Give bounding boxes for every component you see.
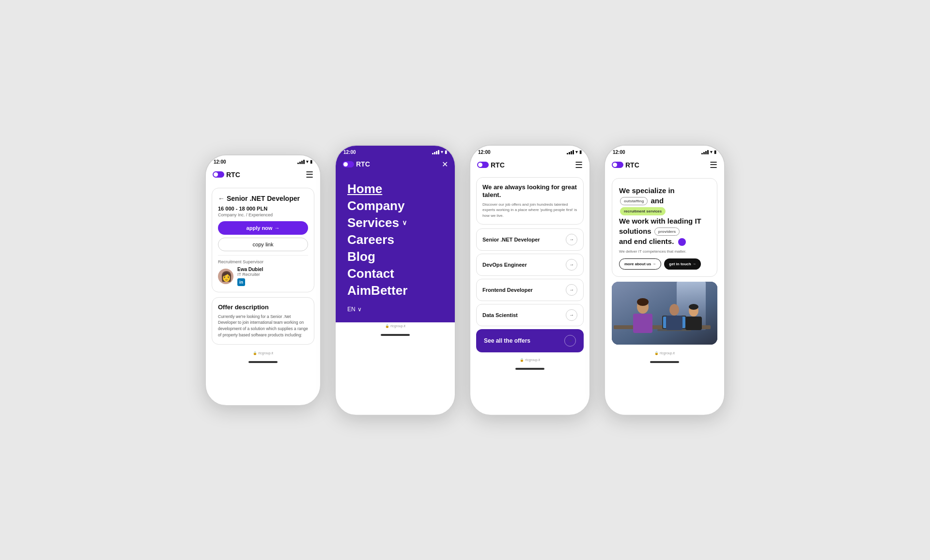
nav-bar-1: RTC ☰ (206, 166, 320, 183)
back-arrow-icon[interactable]: ← (218, 195, 225, 202)
phone4-content: We specialize in outstaffing and recruit… (605, 173, 724, 349)
status-bar-1: 12:00 ▾ ▮ (206, 155, 320, 166)
team-photo (612, 282, 717, 345)
offer-desc-title: Offer description (218, 303, 308, 311)
status-icons-3: ▾ ▮ (567, 150, 582, 154)
job-list-item-2[interactable]: Frontend Developer → (476, 279, 584, 301)
logo-toggle-3 (477, 162, 489, 168)
headline-card: We specialize in outstaffing and recruit… (612, 178, 717, 277)
status-time-4: 12:00 (613, 150, 625, 155)
job-list-item-3[interactable]: Data Scientist → (476, 304, 584, 326)
headline-part1: We specialize in (619, 186, 675, 195)
see-all-offers-button[interactable]: See all the offers → (476, 329, 584, 352)
status-bar-3: 12:00 ▾ ▮ (470, 146, 589, 157)
offer-desc-text: Currently we're looking for a Senior .Ne… (218, 314, 308, 338)
svg-point-9 (669, 304, 679, 316)
logo-3: RTC (477, 161, 505, 169)
phone3-content: We are always looking for great talent. … (470, 173, 589, 356)
job-arrow-2: → (566, 284, 577, 296)
status-bar-2: 12:00 ▾ ▮ (336, 146, 455, 157)
nav-bar-3: RTC ☰ (470, 157, 589, 173)
wifi-icon-1: ▾ (306, 159, 309, 164)
svg-point-13 (689, 304, 698, 310)
wifi-icon-2: ▾ (441, 150, 443, 154)
recruiter-role: IT Recruiter (237, 272, 263, 277)
team-photo-card (612, 282, 717, 345)
hero-title: We are always looking for great talent. (482, 183, 577, 200)
copy-link-button[interactable]: copy link (218, 238, 308, 251)
recruiter-label: Recruitment Supervisor (218, 259, 308, 264)
status-icons-4: ▾ ▮ (701, 150, 716, 154)
footer-2: 🔒 rtcgroup.it (336, 322, 455, 332)
menu-item-company[interactable]: Company (347, 198, 443, 213)
battery-icon-1: ▮ (310, 159, 312, 164)
home-bar-2 (381, 334, 410, 336)
purple-dot (678, 238, 686, 246)
recruiter-details: Ewa Dubiel IT Recruiter in (237, 267, 263, 286)
hamburger-menu-1[interactable]: ☰ (306, 169, 313, 180)
logo-toggle-1 (213, 171, 224, 178)
lang-chevron-icon: ∨ (357, 306, 362, 313)
status-time-1: 12:00 (214, 159, 226, 165)
logo-1: RTC (213, 171, 240, 179)
hamburger-menu-3[interactable]: ☰ (575, 160, 583, 170)
job-arrow-0: → (566, 234, 577, 245)
job-list-item-0[interactable]: Senior .NET Developer → (476, 228, 584, 251)
back-row: ← Senior .NET Developer (218, 194, 308, 203)
job-name-2: Frontend Developer (482, 287, 533, 293)
offer-description-card: Offer description Currently we're lookin… (212, 297, 314, 345)
services-chevron-icon: ∨ (402, 219, 407, 227)
logo-toggle-4 (612, 162, 623, 168)
hamburger-menu-4[interactable]: ☰ (710, 160, 717, 170)
menu-content: Home Company Services ∨ Careers Blog Con… (336, 172, 455, 322)
logo-toggle-2 (342, 161, 354, 167)
see-all-arrow-icon: → (564, 335, 576, 347)
signal-icon-1 (297, 160, 305, 164)
recruiter-info: Ewa Dubiel IT Recruiter in (218, 267, 308, 286)
job-list-item-1[interactable]: DevOps Engineer → (476, 254, 584, 276)
wifi-icon-4: ▾ (710, 150, 713, 154)
footer-3: 🔒 rtcgroup.it (470, 356, 589, 366)
svg-point-8 (637, 298, 649, 306)
job-name-1: DevOps Engineer (482, 262, 527, 268)
phone-menu: 12:00 ▾ ▮ RTC ✕ Home Company S (335, 145, 456, 416)
logo-2: RTC (342, 160, 370, 168)
tag-providers: providers (654, 227, 680, 236)
menu-item-blog[interactable]: Blog (347, 249, 443, 264)
close-menu-button[interactable]: ✕ (442, 160, 448, 169)
phones-showcase: 12:00 ▾ ▮ RTC ☰ ← Senior .NET Develo (205, 145, 725, 416)
language-selector[interactable]: EN ∨ (347, 306, 443, 313)
menu-item-contact[interactable]: Contact (347, 266, 443, 281)
job-name-0: Senior .NET Developer (482, 237, 540, 242)
job-title: Senior .NET Developer (227, 194, 300, 203)
get-in-touch-button[interactable]: get in touch → (664, 258, 701, 270)
home-bar-1 (248, 361, 278, 363)
logo-4: RTC (612, 161, 639, 169)
wifi-icon-3: ▾ (575, 150, 578, 154)
phone-job-list: 12:00 ▾ ▮ RTC ☰ We are always looking fo… (469, 145, 590, 416)
salary: 16 000 - 18 000 PLN (218, 206, 308, 212)
apply-now-button[interactable]: apply now → (218, 221, 308, 235)
menu-item-careers[interactable]: Careers (347, 232, 443, 247)
nav-bar-2: RTC ✕ (336, 157, 455, 172)
avatar-1 (218, 269, 233, 284)
apply-arrow-icon: → (274, 225, 279, 231)
headline-and: and (651, 197, 664, 205)
signal-icon-3 (567, 150, 574, 154)
menu-list: Home Company Services ∨ Careers Blog Con… (347, 182, 443, 298)
linkedin-icon[interactable]: in (237, 278, 245, 286)
menu-item-services[interactable]: Services ∨ (347, 215, 443, 230)
footer-1: 🔒 rtcgroup.it (206, 349, 320, 359)
home-bar-3 (515, 368, 544, 370)
svg-rect-12 (685, 317, 702, 330)
recruiter-section: Recruitment Supervisor Ewa Dubiel IT Rec… (218, 255, 308, 286)
menu-item-home[interactable]: Home (347, 182, 443, 197)
status-icons-2: ▾ ▮ (432, 150, 447, 154)
tag-recruitment: recruitment services (620, 207, 666, 215)
menu-item-aimbetter[interactable]: AimBetter (347, 283, 443, 298)
home-bar-4 (650, 361, 679, 363)
svg-rect-10 (666, 316, 682, 330)
more-about-us-button[interactable]: more about us → (619, 258, 661, 270)
nav-bar-4: RTC ☰ (605, 157, 724, 173)
phone-home: 12:00 ▾ ▮ RTC ☰ We specialize in (604, 145, 725, 416)
